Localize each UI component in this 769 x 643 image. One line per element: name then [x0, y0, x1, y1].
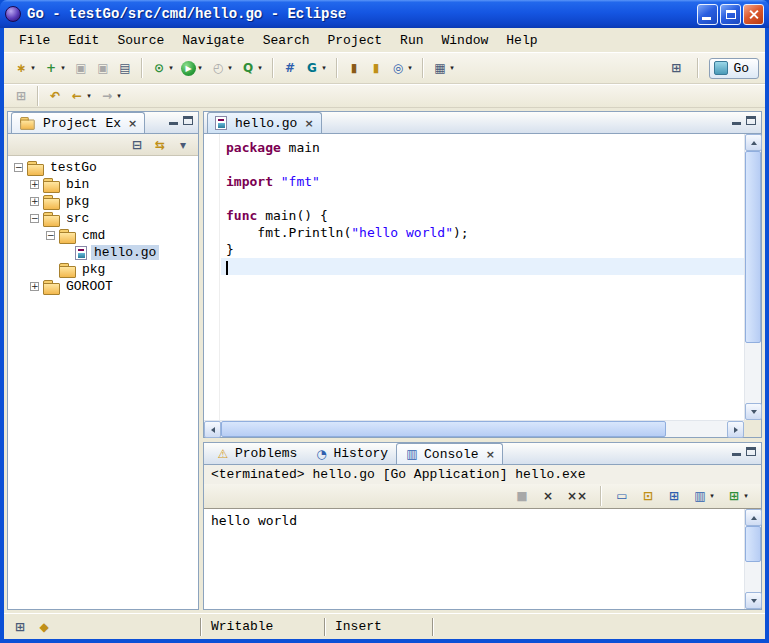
dropdown-caret-icon[interactable]: ▾: [226, 64, 234, 72]
new-element-button[interactable]: +▾: [40, 56, 70, 80]
minimize-button[interactable]: [697, 4, 718, 25]
expander-icon[interactable]: −: [14, 163, 23, 172]
console-output[interactable]: hello world: [204, 509, 744, 609]
key-icon[interactable]: ◆: [36, 619, 52, 635]
dropdown-caret-icon[interactable]: ▾: [59, 64, 67, 72]
menu-run[interactable]: Run: [391, 31, 432, 50]
current-line[interactable]: [221, 258, 744, 275]
open-console-button[interactable]: ⊞▾: [723, 484, 753, 508]
back-button[interactable]: ←▾: [66, 84, 96, 108]
scroll-up-button[interactable]: [745, 134, 762, 151]
team-button[interactable]: ▦▾: [429, 56, 459, 80]
expander-icon[interactable]: +: [30, 197, 39, 206]
code-line[interactable]: package main: [221, 139, 744, 156]
code-line[interactable]: }: [221, 241, 744, 258]
tree-item-src[interactable]: − src: [8, 210, 198, 227]
editor-vertical-scrollbar[interactable]: [744, 134, 761, 420]
scrollbar-thumb[interactable]: [221, 421, 666, 437]
code-line[interactable]: func main() {: [221, 207, 744, 224]
close-view-icon[interactable]: ×: [128, 117, 137, 130]
scroll-down-button[interactable]: [745, 403, 762, 420]
tree-item-hello-go[interactable]: hello.go: [8, 244, 198, 261]
menu-search[interactable]: Search: [254, 31, 319, 50]
display-selected-console-button[interactable]: ▥▾: [689, 484, 719, 508]
menu-file[interactable]: File: [10, 31, 59, 50]
run-button[interactable]: ▶▾: [178, 56, 207, 80]
collapse-all-icon[interactable]: ⊟: [129, 137, 145, 153]
expander-icon[interactable]: +: [30, 282, 39, 291]
scrollbar-track[interactable]: [745, 526, 761, 592]
tab-hello-go[interactable]: hello.go ×: [207, 112, 322, 133]
dropdown-caret-icon[interactable]: ▾: [29, 64, 37, 72]
open-type-button[interactable]: ▮: [343, 56, 365, 80]
tree-item-GOROOT[interactable]: + GOROOT: [8, 278, 198, 295]
menu-navigate[interactable]: Navigate: [173, 31, 253, 50]
maximize-view-button[interactable]: [746, 445, 756, 460]
minimize-view-button[interactable]: [732, 114, 741, 129]
tab-history[interactable]: ◔ History: [305, 443, 396, 464]
code-line[interactable]: [221, 190, 744, 207]
dropdown-caret-icon[interactable]: ▾: [167, 64, 175, 72]
menu-project[interactable]: Project: [318, 31, 391, 50]
console-vertical-scrollbar[interactable]: [744, 509, 761, 609]
dropdown-caret-icon[interactable]: ▾: [85, 92, 93, 100]
go-build-button[interactable]: #: [279, 56, 301, 80]
menu-window[interactable]: Window: [433, 31, 498, 50]
remove-launch-button[interactable]: ×: [537, 484, 559, 508]
close-editor-icon[interactable]: ×: [304, 117, 313, 130]
minimize-view-button[interactable]: [732, 445, 741, 460]
go-menu-button[interactable]: G▾: [301, 56, 331, 80]
code-line[interactable]: fmt.Println("hello world");: [221, 224, 744, 241]
scroll-right-button[interactable]: [727, 421, 744, 438]
dropdown-caret-icon[interactable]: ▾: [115, 92, 123, 100]
minimize-view-button[interactable]: [169, 114, 178, 129]
tree-item-pkg[interactable]: + pkg: [8, 193, 198, 210]
pin-console-button[interactable]: ⊞: [663, 484, 685, 508]
print-button[interactable]: ▤: [114, 56, 136, 80]
tab-project-explorer[interactable]: Project Ex ×: [11, 112, 145, 133]
remove-all-launches-button[interactable]: ××: [563, 484, 591, 508]
view-menu-icon[interactable]: ▾: [175, 137, 191, 153]
last-edit-location-button[interactable]: ↶: [44, 84, 66, 108]
scrollbar-thumb[interactable]: [745, 526, 761, 562]
close-view-icon[interactable]: ×: [486, 448, 495, 461]
go-perspective-button[interactable]: Go: [709, 58, 759, 79]
open-resource-button[interactable]: ▮: [365, 56, 387, 80]
menu-edit[interactable]: Edit: [59, 31, 108, 50]
dropdown-caret-icon[interactable]: ▾: [256, 64, 264, 72]
tree-item-cmd[interactable]: − cmd: [8, 227, 198, 244]
code-area[interactable]: package main import "fmt" func main() { …: [221, 134, 744, 420]
scroll-down-button[interactable]: [745, 592, 762, 609]
link-with-editor-icon[interactable]: ⇆: [152, 137, 168, 153]
tree-item-src-pkg[interactable]: pkg: [8, 261, 198, 278]
dropdown-caret-icon[interactable]: ▾: [742, 492, 750, 500]
scroll-up-button[interactable]: [745, 509, 762, 526]
dropdown-caret-icon[interactable]: ▾: [196, 64, 204, 72]
tab-problems[interactable]: ⚠ Problems: [207, 443, 305, 464]
expander-icon[interactable]: +: [30, 180, 39, 189]
dropdown-caret-icon[interactable]: ▾: [448, 64, 456, 72]
menu-help[interactable]: Help: [497, 31, 546, 50]
dropdown-caret-icon[interactable]: ▾: [406, 64, 414, 72]
clear-console-button[interactable]: ▭: [611, 484, 633, 508]
fast-view-icon[interactable]: ⊞: [12, 619, 28, 635]
tab-console[interactable]: ▥ Console ×: [396, 443, 503, 464]
editor-body[interactable]: package main import "fmt" func main() { …: [204, 134, 761, 437]
new-wizard-button[interactable]: ∗▾: [10, 56, 40, 80]
debug-button[interactable]: ⊙▾: [148, 56, 178, 80]
scroll-lock-button[interactable]: ⊡: [637, 484, 659, 508]
expander-icon[interactable]: −: [30, 214, 39, 223]
open-perspective-button[interactable]: ⊞: [665, 56, 687, 80]
close-button[interactable]: [743, 4, 764, 25]
menu-source[interactable]: Source: [108, 31, 173, 50]
maximize-view-button[interactable]: [183, 114, 193, 129]
expander-icon[interactable]: −: [46, 231, 55, 240]
maximize-view-button[interactable]: [746, 114, 756, 129]
scrollbar-track[interactable]: [221, 421, 727, 437]
tree-item-bin[interactable]: + bin: [8, 176, 198, 193]
editor-horizontal-scrollbar[interactable]: [204, 420, 744, 437]
code-line[interactable]: [221, 156, 744, 173]
annotation-ruler[interactable]: [204, 134, 220, 420]
code-line[interactable]: import "fmt": [221, 173, 744, 190]
scrollbar-track[interactable]: [745, 151, 761, 403]
